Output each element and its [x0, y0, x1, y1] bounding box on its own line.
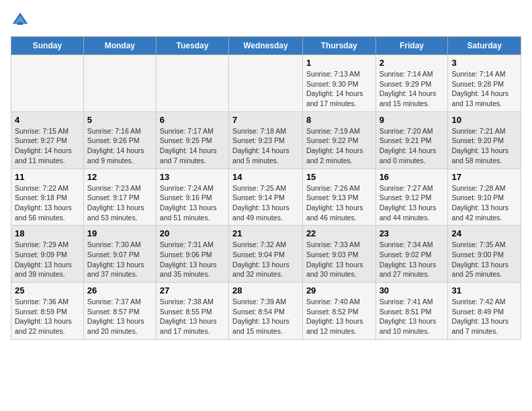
weekday-header-friday: Friday — [375, 37, 448, 55]
cell-day-info: Sunrise: 7:16 AM Sunset: 9:26 PM Dayligh… — [87, 126, 152, 166]
cell-day-number: 8 — [306, 115, 372, 125]
cell-day-number: 11 — [15, 172, 80, 182]
calendar-cell — [156, 55, 228, 112]
cell-day-info: Sunrise: 7:40 AM Sunset: 8:52 PM Dayligh… — [306, 297, 372, 336]
weekday-header-tuesday: Tuesday — [156, 37, 228, 55]
cell-day-info: Sunrise: 7:33 AM Sunset: 9:03 PM Dayligh… — [306, 240, 372, 279]
logo-area — [11, 11, 32, 30]
calendar-cell: 3Sunrise: 7:14 AM Sunset: 9:28 PM Daylig… — [448, 55, 521, 112]
cell-day-number: 29 — [306, 285, 372, 295]
cell-day-number: 3 — [451, 58, 517, 68]
weekday-header-row: SundayMondayTuesdayWednesdayThursdayFrid… — [11, 37, 521, 55]
calendar-cell: 14Sunrise: 7:25 AM Sunset: 9:14 PM Dayli… — [229, 169, 303, 226]
calendar-cell: 20Sunrise: 7:31 AM Sunset: 9:06 PM Dayli… — [156, 226, 228, 283]
calendar-cell: 27Sunrise: 7:38 AM Sunset: 8:55 PM Dayli… — [156, 283, 228, 340]
cell-day-info: Sunrise: 7:28 AM Sunset: 9:10 PM Dayligh… — [451, 183, 517, 223]
calendar-cell: 31Sunrise: 7:42 AM Sunset: 8:49 PM Dayli… — [448, 283, 521, 340]
cell-day-number: 9 — [380, 115, 445, 125]
cell-day-number: 28 — [232, 285, 299, 295]
calendar-cell — [11, 55, 84, 112]
calendar-cell — [229, 55, 303, 112]
calendar-week-1: 1Sunrise: 7:13 AM Sunset: 9:30 PM Daylig… — [11, 55, 521, 112]
cell-day-number: 30 — [380, 285, 445, 295]
svg-rect-2 — [17, 22, 23, 25]
cell-day-number: 19 — [87, 228, 152, 238]
cell-day-info: Sunrise: 7:27 AM Sunset: 9:12 PM Dayligh… — [380, 183, 445, 223]
cell-day-number: 23 — [380, 228, 445, 238]
cell-day-info: Sunrise: 7:14 AM Sunset: 9:28 PM Dayligh… — [451, 69, 517, 109]
cell-day-info: Sunrise: 7:21 AM Sunset: 9:20 PM Dayligh… — [451, 126, 517, 166]
calendar-cell: 13Sunrise: 7:24 AM Sunset: 9:16 PM Dayli… — [156, 169, 228, 226]
calendar-cell: 9Sunrise: 7:20 AM Sunset: 9:21 PM Daylig… — [375, 111, 448, 169]
calendar-cell: 16Sunrise: 7:27 AM Sunset: 9:12 PM Dayli… — [375, 169, 448, 226]
cell-day-number: 7 — [232, 115, 299, 125]
cell-day-info: Sunrise: 7:26 AM Sunset: 9:13 PM Dayligh… — [306, 183, 372, 223]
cell-day-number: 18 — [15, 228, 80, 238]
cell-day-number: 1 — [306, 58, 372, 68]
weekday-header-monday: Monday — [83, 37, 156, 55]
calendar-cell: 19Sunrise: 7:30 AM Sunset: 9:07 PM Dayli… — [83, 226, 156, 283]
weekday-header-thursday: Thursday — [302, 37, 375, 55]
cell-day-info: Sunrise: 7:35 AM Sunset: 9:00 PM Dayligh… — [451, 240, 517, 279]
calendar-week-4: 18Sunrise: 7:29 AM Sunset: 9:09 PM Dayli… — [11, 226, 521, 283]
calendar-week-2: 4Sunrise: 7:15 AM Sunset: 9:27 PM Daylig… — [11, 111, 521, 169]
cell-day-info: Sunrise: 7:32 AM Sunset: 9:04 PM Dayligh… — [232, 240, 299, 279]
calendar-cell: 6Sunrise: 7:17 AM Sunset: 9:25 PM Daylig… — [156, 111, 228, 169]
calendar-cell: 8Sunrise: 7:19 AM Sunset: 9:22 PM Daylig… — [302, 111, 375, 169]
calendar-week-3: 11Sunrise: 7:22 AM Sunset: 9:18 PM Dayli… — [11, 169, 521, 226]
calendar-cell: 5Sunrise: 7:16 AM Sunset: 9:26 PM Daylig… — [83, 111, 156, 169]
calendar-week-5: 25Sunrise: 7:36 AM Sunset: 8:59 PM Dayli… — [11, 283, 521, 340]
calendar-cell: 15Sunrise: 7:26 AM Sunset: 9:13 PM Dayli… — [302, 169, 375, 226]
cell-day-info: Sunrise: 7:37 AM Sunset: 8:57 PM Dayligh… — [87, 297, 152, 336]
cell-day-info: Sunrise: 7:31 AM Sunset: 9:06 PM Dayligh… — [160, 240, 225, 279]
cell-day-number: 21 — [232, 228, 299, 238]
calendar-cell: 11Sunrise: 7:22 AM Sunset: 9:18 PM Dayli… — [11, 169, 84, 226]
cell-day-number: 31 — [451, 285, 517, 295]
calendar-cell: 18Sunrise: 7:29 AM Sunset: 9:09 PM Dayli… — [11, 226, 84, 283]
cell-day-info: Sunrise: 7:34 AM Sunset: 9:02 PM Dayligh… — [380, 240, 445, 279]
calendar-table: SundayMondayTuesdayWednesdayThursdayFrid… — [11, 36, 521, 340]
cell-day-info: Sunrise: 7:13 AM Sunset: 9:30 PM Dayligh… — [306, 69, 372, 109]
calendar-cell: 4Sunrise: 7:15 AM Sunset: 9:27 PM Daylig… — [11, 111, 84, 169]
calendar-cell: 17Sunrise: 7:28 AM Sunset: 9:10 PM Dayli… — [448, 169, 521, 226]
calendar-cell: 30Sunrise: 7:41 AM Sunset: 8:51 PM Dayli… — [375, 283, 448, 340]
cell-day-number: 24 — [451, 228, 517, 238]
cell-day-number: 26 — [87, 285, 152, 295]
calendar-cell: 26Sunrise: 7:37 AM Sunset: 8:57 PM Dayli… — [83, 283, 156, 340]
calendar-cell: 25Sunrise: 7:36 AM Sunset: 8:59 PM Dayli… — [11, 283, 84, 340]
header — [11, 11, 521, 30]
cell-day-info: Sunrise: 7:14 AM Sunset: 9:29 PM Dayligh… — [380, 69, 445, 109]
cell-day-info: Sunrise: 7:18 AM Sunset: 9:23 PM Dayligh… — [232, 126, 299, 166]
cell-day-info: Sunrise: 7:19 AM Sunset: 9:22 PM Dayligh… — [306, 126, 372, 166]
cell-day-info: Sunrise: 7:17 AM Sunset: 9:25 PM Dayligh… — [160, 126, 225, 166]
cell-day-info: Sunrise: 7:41 AM Sunset: 8:51 PM Dayligh… — [380, 297, 445, 336]
cell-day-number: 10 — [451, 115, 517, 125]
cell-day-number: 27 — [160, 285, 225, 295]
calendar-cell: 24Sunrise: 7:35 AM Sunset: 9:00 PM Dayli… — [448, 226, 521, 283]
cell-day-info: Sunrise: 7:38 AM Sunset: 8:55 PM Dayligh… — [160, 297, 225, 336]
calendar-cell — [83, 55, 156, 112]
weekday-header-sunday: Sunday — [11, 37, 84, 55]
cell-day-number: 13 — [160, 172, 225, 182]
cell-day-info: Sunrise: 7:22 AM Sunset: 9:18 PM Dayligh… — [15, 183, 80, 223]
cell-day-number: 2 — [380, 58, 445, 68]
cell-day-number: 5 — [87, 115, 152, 125]
cell-day-info: Sunrise: 7:29 AM Sunset: 9:09 PM Dayligh… — [15, 240, 80, 279]
cell-day-number: 16 — [380, 172, 445, 182]
calendar-cell: 2Sunrise: 7:14 AM Sunset: 9:29 PM Daylig… — [375, 55, 448, 112]
cell-day-number: 22 — [306, 228, 372, 238]
calendar-cell: 23Sunrise: 7:34 AM Sunset: 9:02 PM Dayli… — [375, 226, 448, 283]
cell-day-info: Sunrise: 7:42 AM Sunset: 8:49 PM Dayligh… — [451, 297, 517, 336]
calendar-cell: 29Sunrise: 7:40 AM Sunset: 8:52 PM Dayli… — [302, 283, 375, 340]
cell-day-info: Sunrise: 7:20 AM Sunset: 9:21 PM Dayligh… — [380, 126, 445, 166]
calendar-cell: 10Sunrise: 7:21 AM Sunset: 9:20 PM Dayli… — [448, 111, 521, 169]
cell-day-info: Sunrise: 7:36 AM Sunset: 8:59 PM Dayligh… — [15, 297, 80, 336]
cell-day-info: Sunrise: 7:23 AM Sunset: 9:17 PM Dayligh… — [87, 183, 152, 223]
cell-day-info: Sunrise: 7:30 AM Sunset: 9:07 PM Dayligh… — [87, 240, 152, 279]
cell-day-number: 20 — [160, 228, 225, 238]
cell-day-number: 4 — [15, 115, 80, 125]
calendar-cell: 28Sunrise: 7:39 AM Sunset: 8:54 PM Dayli… — [229, 283, 303, 340]
weekday-header-saturday: Saturday — [448, 37, 521, 55]
cell-day-number: 17 — [451, 172, 517, 182]
weekday-header-wednesday: Wednesday — [229, 37, 303, 55]
